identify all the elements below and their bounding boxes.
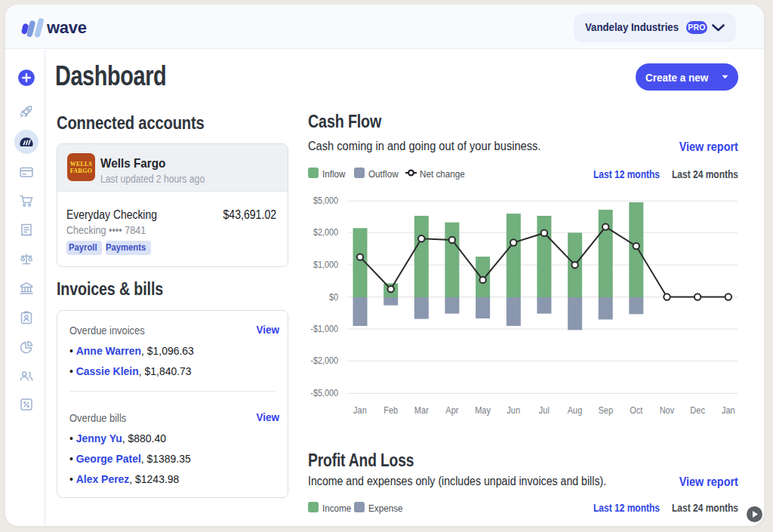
svg-text:Feb: Feb — [383, 406, 398, 415]
svg-text:Jul: Jul — [539, 406, 550, 415]
svg-text:Apr: Apr — [445, 406, 458, 415]
svg-text:$5,000: $5,000 — [313, 196, 338, 206]
svg-text:Aug: Aug — [568, 406, 583, 415]
svg-text:$1,000: $1,000 — [313, 260, 338, 270]
svg-text:Mar: Mar — [414, 406, 429, 415]
svg-text:May: May — [475, 406, 491, 415]
svg-text:Dec: Dec — [690, 406, 705, 415]
svg-text:-$2,000: -$2,000 — [310, 356, 338, 366]
svg-text:Jan: Jan — [722, 406, 735, 415]
svg-text:Jan: Jan — [353, 406, 367, 415]
svg-text:-$1,000: -$1,000 — [310, 324, 338, 334]
svg-text:Jun: Jun — [507, 406, 520, 415]
svg-text:Nov: Nov — [660, 406, 675, 415]
svg-text:-$5,000: -$5,000 — [310, 389, 338, 398]
svg-text:$0: $0 — [329, 292, 338, 302]
svg-text:Oct: Oct — [630, 406, 643, 415]
svg-text:$2,000: $2,000 — [313, 228, 338, 238]
svg-text:Sep: Sep — [598, 406, 613, 415]
